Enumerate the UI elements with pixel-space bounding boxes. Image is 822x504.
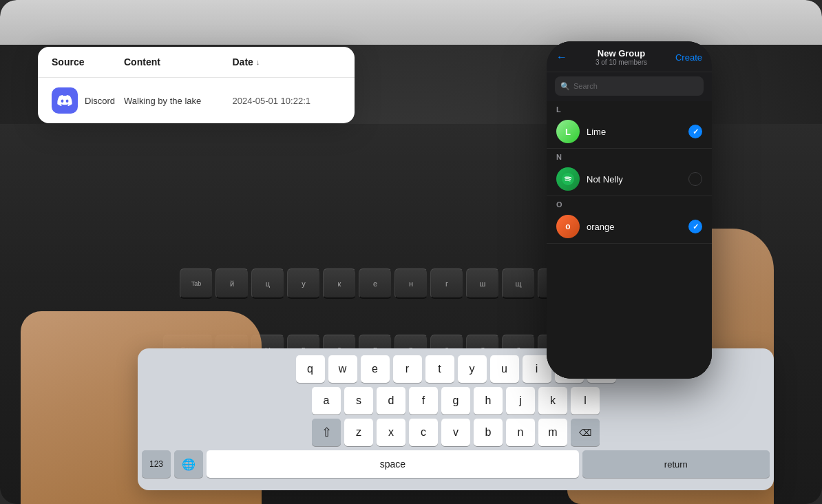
return-key[interactable]: return (582, 450, 770, 478)
key-q[interactable]: q (296, 355, 325, 383)
key-h[interactable]: h (474, 387, 503, 414)
key-g[interactable]: g (441, 387, 470, 414)
phone-search-area: 🔍 Search (547, 72, 712, 101)
sort-icon: ↓ (256, 58, 260, 66)
contact-item-not-nelly[interactable]: Not Nelly (547, 162, 712, 196)
table-card: Source Content Date ↓ Discord (38, 47, 355, 123)
key-k[interactable]: k (538, 387, 567, 414)
backspace-key[interactable]: ⌫ (571, 419, 600, 446)
space-key[interactable]: space (207, 450, 579, 478)
key-o: щ (502, 269, 535, 299)
contact-name-not-nelly: Not Nelly (587, 174, 682, 185)
shift-key[interactable]: ⇧ (312, 419, 341, 446)
key-b[interactable]: b (474, 419, 503, 446)
key-e[interactable]: e (361, 355, 390, 383)
keyboard-row-4: 123 🌐 space return (142, 450, 770, 478)
contact-item-orange[interactable]: o orange ✓ (547, 210, 712, 244)
key-e: у (287, 269, 320, 299)
avatar-orange: o (556, 215, 580, 238)
phone-create-button[interactable]: Create (675, 52, 702, 63)
key-z[interactable]: z (344, 419, 373, 446)
key-w[interactable]: w (328, 355, 357, 383)
contact-item-lime[interactable]: L Lime ✓ (547, 115, 712, 149)
phone-header: ← New Group 3 of 10 members Create (547, 41, 712, 72)
key-y[interactable]: y (458, 355, 487, 383)
checkbox-lime[interactable]: ✓ (688, 125, 702, 138)
checkbox-not-nelly[interactable] (688, 172, 702, 186)
scene: Tab й ц у к е н г ш щ з х ъ Caps ф ы в а… (0, 0, 822, 504)
section-header-o: O (547, 196, 712, 210)
key-j[interactable]: j (506, 387, 535, 414)
globe-key[interactable]: 🌐 (174, 450, 203, 478)
phone-screen: ← New Group 3 of 10 members Create 🔍 Sea… (547, 41, 712, 379)
contact-name-orange: orange (587, 222, 682, 232)
key-t: е (359, 269, 392, 299)
key-f[interactable]: f (409, 387, 438, 414)
key-i: ш (466, 269, 499, 299)
key-a[interactable]: a (312, 387, 341, 414)
key-u[interactable]: u (490, 355, 519, 383)
key-y: н (394, 269, 428, 299)
key-x[interactable]: x (377, 419, 405, 446)
numbers-key[interactable]: 123 (142, 450, 171, 478)
phone-search-placeholder: Search (573, 82, 598, 90)
phone-subtitle: 3 of 10 members (596, 59, 647, 66)
phone-search-icon: 🔍 (560, 82, 570, 91)
key-v[interactable]: v (441, 419, 470, 446)
laptop-screen (0, 0, 822, 45)
contact-name-lime: Lime (587, 127, 682, 137)
source-label: Discord (85, 96, 115, 106)
key-l[interactable]: l (571, 387, 600, 414)
avatar-lime: L (556, 120, 580, 143)
key-r: к (323, 269, 356, 299)
source-cell: Discord (52, 87, 124, 114)
key-q: й (215, 269, 249, 299)
key-r[interactable]: r (393, 355, 422, 383)
phone-title: New Group (596, 48, 647, 59)
key-t[interactable]: t (425, 355, 454, 383)
table-header: Source Content Date ↓ (38, 47, 355, 78)
keyboard-row-2: a s d f g h j k l (142, 387, 770, 414)
section-header-n: N (547, 149, 712, 162)
phone-contacts-list: L L Lime ✓ N (547, 101, 712, 379)
key-d[interactable]: d (377, 387, 405, 414)
col-source: Source (52, 56, 124, 67)
discord-icon (52, 87, 78, 114)
key-m[interactable]: m (538, 419, 567, 446)
keyboard-row-3: ⇧ z x c v b n m ⌫ (142, 419, 770, 446)
key-w: ц (251, 269, 284, 299)
col-content: Content (124, 56, 233, 67)
key-c[interactable]: c (409, 419, 438, 446)
col-date[interactable]: Date ↓ (233, 56, 341, 67)
phone-search-bar[interactable]: 🔍 Search (555, 76, 704, 96)
table-row: Discord Walking by the lake 2024-05-01 1… (38, 78, 355, 123)
key-n[interactable]: n (506, 419, 535, 446)
key-u: г (430, 269, 463, 299)
checkbox-orange[interactable]: ✓ (688, 220, 702, 233)
phone: ← New Group 3 of 10 members Create 🔍 Sea… (547, 41, 712, 379)
date-cell: 2024-05-01 10:22:1 (233, 96, 341, 106)
section-header-l: L (547, 101, 712, 115)
avatar-not-nelly (556, 167, 580, 191)
phone-back-button[interactable]: ← (556, 51, 567, 63)
content-cell: Walking by the lake (124, 96, 233, 106)
key-tab: Tab (180, 269, 213, 299)
phone-title-area: New Group 3 of 10 members (596, 48, 647, 66)
key-s[interactable]: s (344, 387, 373, 414)
